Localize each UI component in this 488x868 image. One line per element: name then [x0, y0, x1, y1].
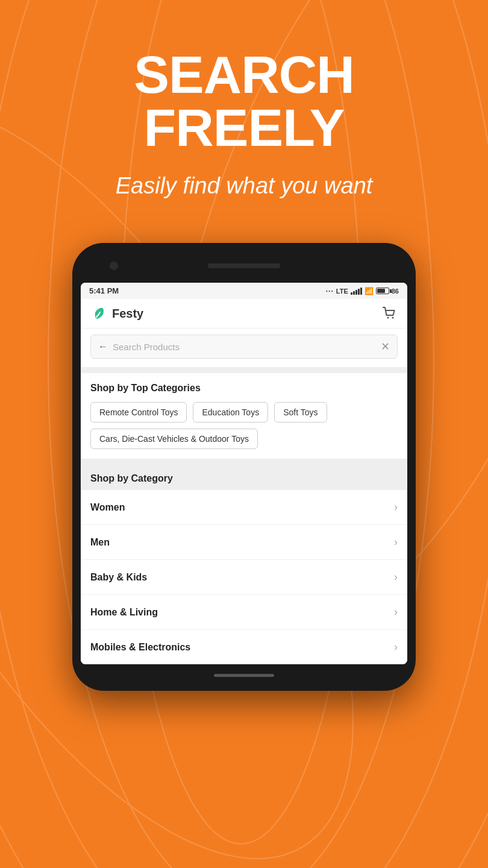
hero-title-line2: FREELY — [143, 98, 344, 157]
category-list: Women › Men › Baby & Kids › Home & Livin… — [81, 490, 407, 664]
app-logo-icon — [90, 305, 107, 322]
category-item-women[interactable]: Women › — [81, 490, 407, 525]
status-right: ··· LTE 📶 86 — [326, 287, 399, 295]
hero-title: SEARCH FREELY — [36, 48, 452, 154]
chevron-right-baby-kids: › — [394, 571, 398, 583]
signal-dots: ··· — [326, 287, 334, 295]
lte-label: LTE — [336, 288, 348, 295]
battery-level: 86 — [392, 288, 399, 295]
category-tag-cars[interactable]: Cars, Die-Cast Vehicles & Outdoor Toys — [90, 429, 258, 449]
battery-icon — [376, 288, 389, 294]
shop-by-category-header: Shop by Category — [81, 465, 407, 490]
wifi-icon: 📶 — [364, 287, 374, 295]
category-tag-soft-toys[interactable]: Soft Toys — [274, 402, 327, 423]
status-time: 5:41 PM — [89, 286, 119, 295]
app-name-label: Festy — [112, 307, 143, 321]
search-input-wrapper[interactable]: ← Search Products ✕ — [90, 335, 398, 359]
signal-bars — [351, 288, 362, 295]
top-categories-title: Shop by Top Categories — [90, 383, 398, 394]
top-categories-section: Shop by Top Categories Remote Control To… — [81, 373, 407, 459]
svg-point-8 — [387, 317, 389, 319]
page-wrapper: SEARCH FREELY Easily find what you want … — [0, 0, 488, 868]
hero-title-line1: SEARCH — [134, 45, 354, 104]
svg-point-9 — [392, 317, 394, 319]
search-placeholder[interactable]: Search Products — [113, 342, 376, 352]
phone-top-bar — [81, 251, 407, 280]
category-item-home-living[interactable]: Home & Living › — [81, 595, 407, 630]
category-item-label-women: Women — [90, 502, 125, 513]
app-header: Festy — [81, 299, 407, 329]
category-item-men[interactable]: Men › — [81, 525, 407, 560]
phone-shell: 5:41 PM ··· LTE 📶 — [72, 243, 416, 691]
chevron-right-home-living: › — [394, 606, 398, 618]
phone-speaker — [208, 263, 280, 268]
hero-section: SEARCH FREELY Easily find what you want — [0, 0, 488, 225]
chevron-right-women: › — [394, 501, 398, 514]
app-logo-area: Festy — [90, 305, 143, 322]
search-back-button[interactable]: ← — [98, 341, 108, 352]
cart-icon[interactable] — [382, 306, 398, 321]
section-divider-1 — [81, 367, 407, 373]
shop-by-category-title: Shop by Category — [90, 473, 398, 484]
category-item-label-men: Men — [90, 537, 110, 548]
hero-subtitle: Easily find what you want — [36, 171, 452, 201]
status-bar: 5:41 PM ··· LTE 📶 — [81, 283, 407, 299]
phone-screen: 5:41 PM ··· LTE 📶 — [81, 283, 407, 664]
category-tag-education[interactable]: Education Toys — [193, 402, 268, 423]
phone-camera — [110, 262, 118, 270]
category-item-label-mobiles: Mobiles & Electronics — [90, 642, 190, 653]
category-tag-remote-control[interactable]: Remote Control Toys — [90, 402, 187, 423]
home-indicator — [214, 674, 274, 677]
phone-bottom-bar — [81, 668, 407, 682]
category-item-mobiles[interactable]: Mobiles & Electronics › — [81, 630, 407, 664]
battery-fill — [377, 289, 386, 293]
search-clear-button[interactable]: ✕ — [381, 340, 390, 353]
category-item-label-baby-kids: Baby & Kids — [90, 572, 147, 583]
chevron-right-men: › — [394, 536, 398, 549]
chevron-right-mobiles: › — [394, 641, 398, 653]
phone-mockup: 5:41 PM ··· LTE 📶 — [72, 243, 416, 691]
section-divider-2 — [81, 459, 407, 465]
category-tags-container: Remote Control Toys Education Toys Soft … — [90, 402, 398, 449]
category-item-baby-kids[interactable]: Baby & Kids › — [81, 560, 407, 595]
search-bar: ← Search Products ✕ — [81, 329, 407, 367]
category-item-label-home-living: Home & Living — [90, 607, 158, 618]
